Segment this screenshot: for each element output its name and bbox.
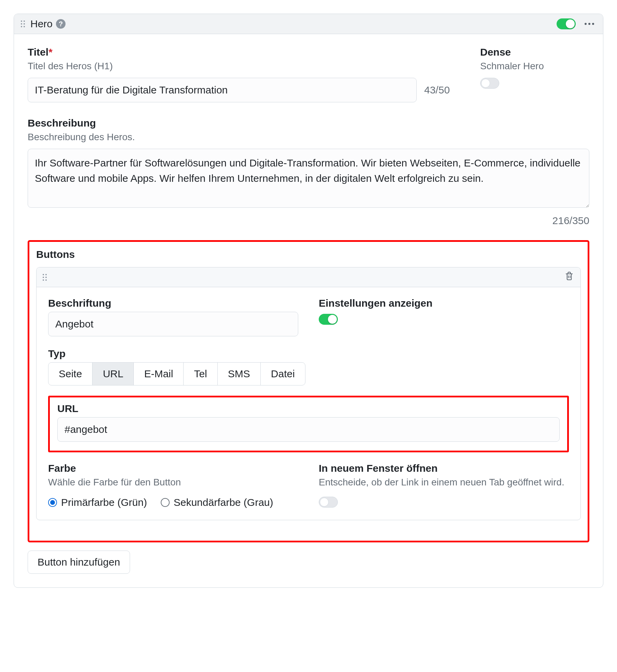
dense-toggle[interactable] xyxy=(480,78,499,89)
more-icon[interactable] xyxy=(583,21,596,27)
beschriftung-input[interactable] xyxy=(48,312,298,336)
farbe-hint: Wähle die Farbe für den Button xyxy=(48,477,298,488)
dense-hint: Schmaler Hero xyxy=(480,61,589,72)
newtab-hint: Entscheide, ob der Link in einem neuen T… xyxy=(319,477,569,488)
panel-title: Hero ? xyxy=(30,18,66,30)
typ-segmented: Seite URL E-Mail Tel SMS Datei xyxy=(48,362,569,385)
typ-option-email[interactable]: E-Mail xyxy=(133,362,184,385)
buttons-section-title: Buttons xyxy=(36,249,581,260)
radio-icon xyxy=(48,498,57,507)
farbe-label: Farbe xyxy=(48,463,298,474)
beschriftung-label: Beschriftung xyxy=(48,297,298,309)
typ-option-seite[interactable]: Seite xyxy=(48,362,92,385)
beschreibung-label: Beschreibung xyxy=(28,117,589,129)
add-button[interactable]: Button hinzufügen xyxy=(28,551,130,574)
newtab-toggle[interactable] xyxy=(319,497,338,508)
titel-counter: 43/50 xyxy=(424,84,450,96)
panel-title-text: Hero xyxy=(30,18,53,30)
drag-handle-icon[interactable] xyxy=(43,274,47,281)
titel-input[interactable] xyxy=(28,78,417,102)
typ-label: Typ xyxy=(48,348,569,360)
farbe-option-label: Sekundärfarbe (Grau) xyxy=(174,497,273,508)
beschreibung-textarea[interactable] xyxy=(28,149,589,208)
url-label: URL xyxy=(57,403,560,414)
beschreibung-hint: Beschreibung des Heros. xyxy=(28,132,589,143)
url-input[interactable] xyxy=(57,417,560,442)
einstellungen-toggle[interactable] xyxy=(319,314,338,325)
button-item-header xyxy=(37,267,580,287)
dense-label: Dense xyxy=(480,46,589,58)
farbe-option-secondary[interactable]: Sekundärfarbe (Grau) xyxy=(161,497,273,508)
button-item-panel: Beschriftung Einstellungen anzeigen Typ … xyxy=(36,267,581,520)
typ-option-tel[interactable]: Tel xyxy=(183,362,217,385)
typ-option-sms[interactable]: SMS xyxy=(217,362,261,385)
radio-icon xyxy=(161,498,170,507)
einstellungen-label: Einstellungen anzeigen xyxy=(319,297,569,309)
newtab-label: In neuem Fenster öffnen xyxy=(319,463,569,474)
beschreibung-counter: 216/350 xyxy=(28,215,589,227)
titel-label: Titel* xyxy=(28,46,460,58)
panel-enable-toggle[interactable] xyxy=(557,18,576,29)
titel-hint: Titel des Heros (H1) xyxy=(28,61,460,72)
url-field-highlight: URL xyxy=(48,396,569,452)
trash-icon[interactable] xyxy=(564,271,574,283)
typ-option-url[interactable]: URL xyxy=(92,362,134,385)
farbe-option-primary[interactable]: Primärfarbe (Grün) xyxy=(48,497,147,508)
buttons-section-highlight: Buttons Beschriftung xyxy=(28,240,589,542)
typ-option-datei[interactable]: Datei xyxy=(260,362,305,385)
drag-handle-icon[interactable] xyxy=(21,20,25,27)
help-icon[interactable]: ? xyxy=(56,19,66,29)
panel-header: Hero ? xyxy=(14,14,603,34)
farbe-option-label: Primärfarbe (Grün) xyxy=(61,497,147,508)
hero-panel: Hero ? Titel* Titel des Heros (H1) 43/50… xyxy=(14,14,603,588)
